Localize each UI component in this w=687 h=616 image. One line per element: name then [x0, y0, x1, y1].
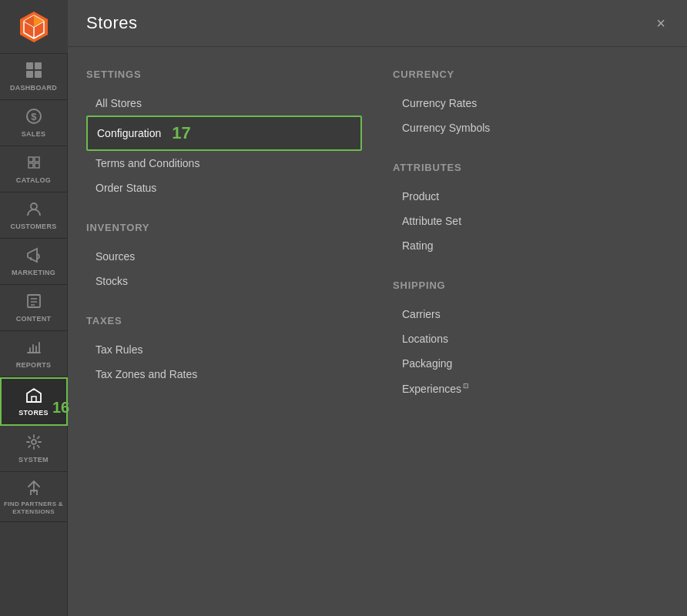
ext-icon: ⊡: [463, 382, 469, 390]
tax-zones-item[interactable]: Tax Zones and Rates: [86, 362, 362, 387]
svg-point-6: [31, 203, 37, 209]
sidebar-item-reports-label: REPORTS: [16, 361, 52, 369]
rating-item[interactable]: Rating: [393, 233, 669, 258]
tax-rules-item[interactable]: Tax Rules: [86, 337, 362, 362]
panel-title: Stores: [86, 13, 138, 33]
attribute-set-item[interactable]: Attribute Set: [393, 209, 669, 233]
right-column: Currency Currency Rates Currency Symbols…: [393, 62, 669, 601]
configuration-row: Configuration 17: [97, 123, 351, 143]
svg-rect-1: [35, 62, 42, 69]
locations-item[interactable]: Locations: [393, 326, 669, 351]
sidebar-item-marketing[interactable]: MARKETING: [0, 239, 68, 285]
experiences-label: Experiences: [402, 383, 461, 395]
configuration-item[interactable]: Configuration 17: [86, 116, 362, 151]
svg-text:$: $: [31, 111, 37, 122]
stores-badge-number: 16: [52, 399, 69, 417]
svg-rect-3: [35, 71, 42, 78]
order-status-item[interactable]: Order Status: [86, 176, 362, 200]
sidebar-item-catalog[interactable]: CATALOG: [0, 146, 68, 192]
main-panel: Stores × Settings All Stores Configurati…: [68, 0, 687, 616]
magento-logo-icon: [17, 10, 51, 44]
partners-icon: [25, 478, 42, 497]
sidebar: DASHBOARD $ SALES CATALOG CUSTOMERS MARK…: [0, 0, 68, 616]
sidebar-item-stores-label: STORES: [18, 409, 49, 417]
panel-content: Settings All Stores Configuration 17 Ter…: [68, 47, 687, 616]
terms-item[interactable]: Terms and Conditions: [86, 151, 362, 176]
content-icon: [25, 293, 42, 312]
carriers-item[interactable]: Carriers: [393, 302, 669, 326]
configuration-label: Configuration: [97, 127, 161, 139]
svg-rect-2: [26, 71, 33, 78]
taxes-section: Taxes Tax Rules Tax Zones and Rates: [86, 315, 362, 387]
close-button[interactable]: ×: [653, 12, 669, 34]
attributes-section: Attributes Product Attribute Set Rating: [393, 162, 669, 258]
currency-section: Currency Currency Rates Currency Symbols: [393, 69, 669, 140]
left-column: Settings All Stores Configuration 17 Ter…: [86, 62, 362, 601]
logo-area: [0, 0, 68, 54]
packaging-item[interactable]: Packaging: [393, 351, 669, 376]
sources-item[interactable]: Sources: [86, 244, 362, 269]
sidebar-item-system-label: SYSTEM: [18, 456, 49, 464]
svg-point-9: [32, 440, 36, 444]
settings-heading: Settings: [86, 69, 362, 80]
catalog-icon: [25, 154, 42, 173]
stocks-item[interactable]: Stocks: [86, 269, 362, 293]
sidebar-item-dashboard-label: DASHBOARD: [10, 84, 57, 92]
configuration-badge: 17: [172, 123, 190, 143]
sidebar-item-sales[interactable]: $ SALES: [0, 100, 68, 146]
sidebar-item-customers[interactable]: CUSTOMERS: [0, 192, 68, 239]
sidebar-item-content[interactable]: CONTENT: [0, 285, 68, 331]
dashboard-icon: [25, 62, 42, 81]
attributes-heading: Attributes: [393, 162, 669, 173]
shipping-heading: Shipping: [393, 280, 669, 291]
sidebar-item-dashboard[interactable]: DASHBOARD: [0, 54, 68, 100]
taxes-heading: Taxes: [86, 315, 362, 326]
currency-heading: Currency: [393, 69, 669, 80]
sidebar-item-customers-label: CUSTOMERS: [10, 223, 56, 230]
system-icon: [25, 434, 42, 453]
sidebar-item-partners[interactable]: FIND PARTNERS & EXTENSIONS: [0, 472, 68, 522]
sidebar-item-catalog-label: CATALOG: [16, 176, 51, 184]
sidebar-item-reports[interactable]: REPORTS: [0, 331, 68, 377]
inventory-heading: Inventory: [86, 222, 362, 233]
all-stores-item[interactable]: All Stores: [86, 91, 362, 116]
experiences-item[interactable]: Experiences⊡: [393, 376, 669, 401]
stores-icon: [25, 387, 42, 406]
customers-icon: [25, 200, 42, 219]
sidebar-item-content-label: CONTENT: [16, 315, 52, 323]
sales-icon: $: [25, 108, 42, 127]
sidebar-item-partners-label: FIND PARTNERS & EXTENSIONS: [3, 500, 65, 515]
sidebar-item-system[interactable]: SYSTEM: [0, 426, 68, 472]
currency-symbols-item[interactable]: Currency Symbols: [393, 116, 669, 140]
reports-icon: [25, 339, 42, 358]
sidebar-item-marketing-label: MARKETING: [12, 269, 55, 276]
sidebar-item-sales-label: SALES: [22, 130, 46, 138]
marketing-icon: [25, 246, 42, 266]
currency-rates-item[interactable]: Currency Rates: [393, 91, 669, 116]
settings-section: Settings All Stores Configuration 17 Ter…: [86, 69, 362, 200]
inventory-section: Inventory Sources Stocks: [86, 222, 362, 293]
shipping-section: Shipping Carriers Locations Packaging Ex…: [393, 280, 669, 401]
svg-rect-8: [32, 397, 36, 402]
panel-header: Stores ×: [68, 0, 687, 47]
product-item[interactable]: Product: [393, 184, 669, 209]
svg-rect-0: [26, 62, 33, 69]
